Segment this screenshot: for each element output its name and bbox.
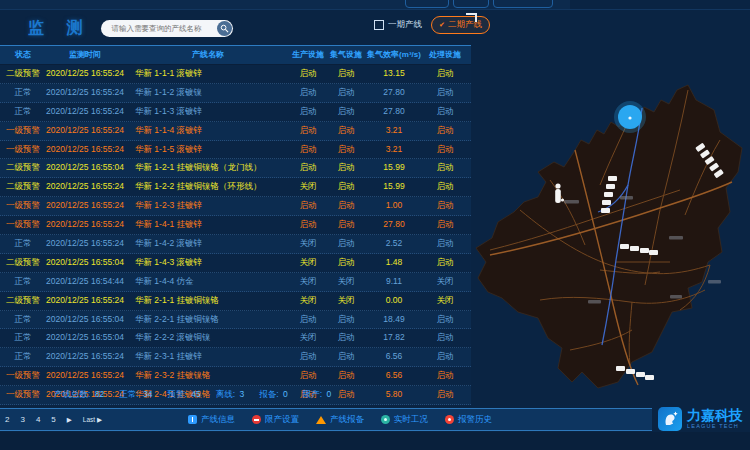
- gas-cell: 启动: [326, 235, 366, 253]
- name-cell: 华新 1-2-3 挂镀锌: [126, 197, 290, 215]
- status-cell: 正常: [2, 329, 44, 347]
- table-row[interactable]: 正常 2020/12/25 16:55:24 华新 1-4-2 滚镀锌 关闭 启…: [0, 235, 471, 254]
- name-cell: 华新 2-2-2 滚镀铜镍: [126, 329, 290, 347]
- table-row[interactable]: 一级预警 2020/12/25 16:55:24 华新 2-3-2 挂镀镍铬 启…: [0, 367, 471, 386]
- table-row[interactable]: 正常 2020/12/25 16:55:24 华新 2-3-1 挂镀锌 启动 启…: [0, 348, 471, 367]
- summary-row: 产线总数: 82 正常: 34 预警: 45 离线: 3 报备: 0: [0, 386, 471, 404]
- gas-cell: 启动: [326, 367, 366, 385]
- col-efficiency: 集气效率(m³/s): [366, 46, 422, 64]
- footer-strip: [0, 432, 750, 450]
- table-body: 二级预警 2020/12/25 16:55:24 华新 1-1-1 滚镀锌 启动…: [0, 65, 471, 405]
- production-cell: 启动: [290, 197, 326, 215]
- efficiency-cell: 18.49: [366, 311, 422, 329]
- table-row[interactable]: 一级预警 2020/12/25 16:55:24 华新 1-4-1 挂镀锌 启动…: [0, 216, 471, 235]
- gas-cell: 启动: [326, 65, 366, 83]
- production-cell: 关闭: [290, 329, 326, 347]
- production-cell: 启动: [290, 348, 326, 366]
- status-cell: 二级预警: [2, 159, 44, 177]
- phase2-button[interactable]: ✔ 二期产线: [431, 16, 490, 34]
- page-number[interactable]: 2: [5, 415, 9, 424]
- status-cell: 一级预警: [2, 367, 44, 385]
- table-row[interactable]: 正常 2020/12/25 16:55:04 华新 2-2-1 挂镀铜镍铬 启动…: [0, 311, 471, 330]
- table-row[interactable]: 一级预警 2020/12/25 16:55:24 华新 1-1-5 滚镀锌 启动…: [0, 141, 471, 160]
- treatment-cell: 启动: [422, 178, 468, 196]
- name-cell: 华新 1-1-5 滚镀锌: [126, 141, 290, 159]
- legend-item[interactable]: 产线信息: [188, 414, 235, 426]
- summary-item: 预警: 45: [167, 389, 200, 401]
- top-tab-shape: [405, 0, 449, 8]
- monitoring-dashboard: 监 测 一期产线 ✔ 二期产线 状态 监测时间 产线名称 生产设施 集气设施 集…: [0, 0, 750, 450]
- table-row[interactable]: 二级预警 2020/12/25 16:55:04 华新 1-2-1 挂镀铜镍铬（…: [0, 159, 471, 178]
- pagination: 2 3 4 5 ▶ Last ▶: [5, 415, 102, 424]
- gas-cell: 启动: [326, 103, 366, 121]
- legend-label: 产线报备: [330, 414, 364, 426]
- logo-text-cn: 力嘉科技: [687, 408, 743, 422]
- summary-value: 45: [191, 389, 200, 399]
- efficiency-cell: 6.56: [366, 367, 422, 385]
- efficiency-cell: 3.21: [366, 122, 422, 140]
- gas-cell: 启动: [326, 348, 366, 366]
- production-cell: 启动: [290, 159, 326, 177]
- table-row[interactable]: 正常 2020/12/25 16:55:24 华新 1-1-3 滚镀锌 启动 启…: [0, 103, 471, 122]
- phase1-checkbox[interactable]: 一期产线: [374, 19, 422, 31]
- treatment-cell: 启动: [422, 197, 468, 215]
- col-time: 监测时间: [44, 46, 126, 64]
- summary-value: 34: [143, 389, 152, 399]
- efficiency-cell: 1.48: [366, 254, 422, 272]
- status-cell: 二级预警: [2, 65, 44, 83]
- summary-label: 离线:: [216, 389, 235, 399]
- page-number[interactable]: 3: [20, 415, 24, 424]
- legend-label: 实时工况: [394, 414, 428, 426]
- table-row[interactable]: 二级预警 2020/12/25 16:55:24 华新 1-1-1 滚镀锌 启动…: [0, 65, 471, 84]
- page-number[interactable]: 4: [36, 415, 40, 424]
- name-cell: 华新 2-3-2 挂镀镍铬: [126, 367, 290, 385]
- efficiency-cell: 6.56: [366, 348, 422, 366]
- table-row[interactable]: 二级预警 2020/12/25 16:55:04 华新 1-4-3 滚镀锌 关闭…: [0, 254, 471, 273]
- table-row[interactable]: 二级预警 2020/12/25 16:55:24 华新 1-2-2 挂镀铜镍铬（…: [0, 178, 471, 197]
- production-cell: 关闭: [290, 178, 326, 196]
- treatment-cell: 启动: [422, 329, 468, 347]
- name-cell: 华新 2-1-1 挂镀铜镍铬: [126, 292, 290, 310]
- table-row[interactable]: 正常 2020/12/25 16:55:24 华新 1-1-2 滚镀镍 启动 启…: [0, 84, 471, 103]
- time-cell: 2020/12/25 16:55:24: [44, 216, 126, 234]
- table-row[interactable]: 正常 2020/12/25 16:55:04 华新 2-2-2 滚镀铜镍 关闭 …: [0, 329, 471, 348]
- time-cell: 2020/12/25 16:55:24: [44, 103, 126, 121]
- legend-item[interactable]: 报警历史: [445, 414, 492, 426]
- map-marker[interactable]: [614, 101, 646, 133]
- production-cell: 关闭: [290, 235, 326, 253]
- col-treatment: 处理设施: [422, 46, 468, 64]
- next-page-icon[interactable]: ▶: [67, 416, 72, 424]
- summary-label: 正常:: [119, 389, 138, 399]
- name-cell: 华新 2-3-1 挂镀锌: [126, 348, 290, 366]
- table-row[interactable]: 一级预警 2020/12/25 16:55:24 华新 1-2-3 挂镀锌 启动…: [0, 197, 471, 216]
- summary-label: 预警:: [167, 389, 186, 399]
- search-box: [101, 20, 233, 37]
- legend-item[interactable]: 限产设置: [252, 414, 299, 426]
- treatment-cell: 启动: [422, 367, 468, 385]
- status-cell: 正常: [2, 103, 44, 121]
- info-icon: [188, 415, 197, 424]
- status-cell: 正常: [2, 348, 44, 366]
- status-cell: 一级预警: [2, 216, 44, 234]
- time-cell: 2020/12/25 16:55:24: [44, 292, 126, 310]
- status-cell: 二级预警: [2, 178, 44, 196]
- search-input[interactable]: [101, 24, 211, 33]
- search-icon[interactable]: [217, 21, 232, 36]
- summary-item: 离线: 3: [216, 389, 244, 401]
- table-row[interactable]: 正常 2020/12/25 16:54:44 华新 1-4-4 仿金 关闭 关闭…: [0, 273, 471, 292]
- production-cell: 关闭: [290, 292, 326, 310]
- legend-item[interactable]: 实时工况: [381, 414, 428, 426]
- status-cell: 二级预警: [2, 292, 44, 310]
- summary-label: 限产:: [303, 389, 322, 399]
- col-production: 生产设施: [290, 46, 326, 64]
- treatment-cell: 关闭: [422, 292, 468, 310]
- time-cell: 2020/12/25 16:55:24: [44, 178, 126, 196]
- page-title: 监 测: [28, 18, 91, 39]
- table-row[interactable]: 二级预警 2020/12/25 16:55:24 华新 2-1-1 挂镀铜镍铬 …: [0, 292, 471, 311]
- legend-item[interactable]: 产线报备: [316, 414, 364, 426]
- region-map[interactable]: [470, 50, 750, 405]
- table-row[interactable]: 一级预警 2020/12/25 16:55:24 华新 1-1-4 滚镀锌 启动…: [0, 122, 471, 141]
- page-number[interactable]: 5: [51, 415, 55, 424]
- last-page-button[interactable]: Last ▶: [83, 416, 102, 424]
- efficiency-cell: 1.00: [366, 197, 422, 215]
